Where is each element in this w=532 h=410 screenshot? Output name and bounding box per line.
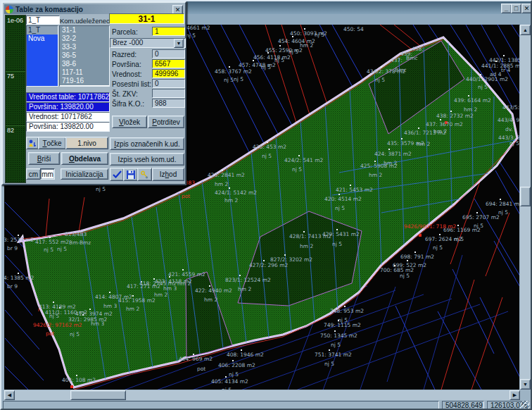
points-user-icon[interactable] — [26, 137, 39, 149]
map-label: hm 2 — [238, 286, 251, 292]
vrednost-field[interactable]: 499996 — [152, 69, 185, 78]
parcel-centroid-dot — [267, 52, 269, 54]
horizontal-scrollbar[interactable]: ◀ ▶ — [4, 390, 519, 400]
horizontal-scroll-thumb[interactable] — [70, 390, 126, 400]
map-label: hm 3 — [163, 285, 177, 292]
list-item[interactable]: 33-3 — [60, 43, 109, 51]
posestni-list-field[interactable]: 0 — [152, 79, 185, 88]
parcel-centroid-dot — [229, 187, 230, 189]
minimize-button[interactable]: _ — [501, 4, 512, 13]
parcel-centroid-dot — [495, 61, 497, 62]
map-label: tr 4 — [501, 67, 510, 73]
mm-button[interactable]: mm — [40, 168, 55, 180]
parcel-centroid-dot — [450, 111, 452, 112]
table-name-input[interactable] — [26, 15, 60, 25]
map-label: 405: 4134 m2 — [211, 378, 248, 385]
inicializacija-button[interactable]: Inicializacija — [61, 168, 108, 180]
parcel-centroid-dot — [182, 269, 184, 271]
parcel-centroid-dot — [500, 199, 501, 200]
razred-field[interactable]: 0 — [152, 49, 185, 58]
parcela-field[interactable]: 1 — [152, 27, 185, 36]
vrednost-label: Vrednost: — [112, 70, 141, 78]
map-label: 698: 791 m2 — [400, 254, 434, 260]
potrditev-button[interactable]: Potrditev — [148, 116, 184, 128]
vlozek-button[interactable]: Vložek — [112, 116, 147, 128]
parcel-centroid-dot — [338, 194, 340, 195]
status-x-coordinate: 504828,649 — [442, 401, 484, 409]
confirm-check-icon[interactable] — [110, 168, 124, 181]
map-label: 439: 6164 m2 — [454, 97, 491, 104]
kom-udelezenec-list[interactable]: 31-132-233-336-538-6117-11719-16 — [59, 25, 110, 87]
parcela-label: Parcela: — [112, 28, 138, 36]
selected-point-marker[interactable] — [419, 234, 422, 237]
parcel-centroid-dot — [440, 119, 441, 120]
parcel-centroid-dot — [374, 161, 376, 162]
list-item[interactable]: Nova — [27, 35, 58, 43]
list-item[interactable]: 1_T — [27, 26, 58, 35]
kom-udelezenec-label: Kom.udeleženec: — [60, 17, 111, 25]
map-label: 440/1: 2901 m2 — [466, 76, 508, 82]
dialog-titlebar[interactable]: Table za komasacijo — [4, 4, 181, 14]
izpis-vseh-button[interactable]: Izpis vseh kom.ud. — [110, 153, 184, 166]
status-bar: 504828,649 126103,075 — [1, 400, 531, 410]
keys-icon[interactable] — [137, 168, 152, 181]
map-label: nj 5 — [478, 84, 488, 90]
map-label: hm 2 — [433, 128, 447, 135]
map-label: 420: 4514 m2 — [324, 196, 362, 202]
list-item[interactable]: 719-16 — [60, 77, 109, 85]
close-button[interactable]: ✕ — [521, 4, 532, 13]
map-label: pot — [182, 193, 190, 199]
save-floppy-icon[interactable] — [123, 168, 138, 181]
vertical-scroll-thumb[interactable] — [520, 187, 531, 206]
selected-point-marker[interactable] — [70, 385, 73, 388]
map-label: 437: 3670 m2 — [426, 121, 463, 128]
chevron-down-icon[interactable]: ▼ — [174, 39, 184, 48]
maximize-button[interactable]: □ — [511, 4, 521, 13]
povrsina-field[interactable]: 6567 — [152, 59, 185, 68]
map-label: 450: 54 — [343, 26, 364, 32]
map-label: Bmc — [395, 67, 407, 73]
list-item[interactable]: 36-5 — [60, 51, 109, 60]
parcel-centroid-dot — [222, 170, 223, 171]
scale-value: 82 — [7, 127, 14, 134]
izpis-oznacenih-button[interactable]: Izpis označenih k.ud. — [110, 137, 184, 150]
map-label: nj 5 — [509, 140, 519, 147]
scroll-left-icon[interactable]: ◀ — [4, 390, 15, 400]
obdelava-button[interactable]: Obdelava — [61, 152, 108, 165]
scroll-right-icon[interactable]: ▶ — [509, 390, 520, 400]
sifra-ko-field[interactable]: 988 — [152, 99, 185, 108]
parcel-centroid-dot — [334, 330, 336, 332]
main-window: _ □ ✕ 4661 m2nj 5450: 3093 m2nj 5450: 54… — [0, 0, 532, 410]
nivo-button[interactable]: 1.nivo — [65, 137, 108, 149]
parcel-centroid-dot — [18, 273, 19, 274]
parcel-centroid-dot — [480, 74, 481, 75]
map-label: nj 5 — [186, 32, 196, 39]
parcel-centroid-dot — [394, 265, 395, 266]
map-label: nj 5 — [274, 57, 284, 63]
izhod-button[interactable]: Izhod — [152, 168, 184, 181]
map-label: 438: — [412, 46, 424, 52]
resize-grip[interactable] — [520, 401, 530, 409]
tocke-button[interactable]: Točke — [38, 137, 66, 149]
map-label: nj 5 — [498, 209, 508, 216]
list-item[interactable]: 32-2 — [60, 35, 109, 43]
brisi-button[interactable]: Briši — [28, 152, 60, 165]
cm-button[interactable]: cm — [26, 168, 41, 180]
povrsina-table-bar: Površina: 139820.00 — [26, 102, 110, 112]
list-item[interactable]: 38-6 — [60, 60, 109, 68]
list-item[interactable]: 117-11 — [60, 68, 109, 77]
map-label: hm 2 — [215, 181, 228, 187]
scroll-up-icon[interactable]: ▲ — [520, 25, 531, 35]
parcel-centroid-dot — [53, 302, 54, 303]
map-label: pot — [197, 366, 205, 372]
scroll-down-icon[interactable]: ▼ — [520, 379, 531, 390]
map-label: nj 5 — [335, 205, 345, 211]
map-label: 426: 453 m2 — [253, 144, 286, 150]
vertical-scrollbar[interactable]: ▲ ▼ — [520, 25, 531, 390]
st-zkv-field[interactable] — [152, 89, 185, 98]
parcel-centroid-dot — [132, 295, 134, 297]
list-item[interactable]: 31-1 — [60, 26, 109, 35]
map-label: nj 5 — [261, 64, 271, 70]
table-list[interactable]: 1_TNova — [26, 25, 58, 87]
map-label: nj 5 — [57, 246, 67, 252]
